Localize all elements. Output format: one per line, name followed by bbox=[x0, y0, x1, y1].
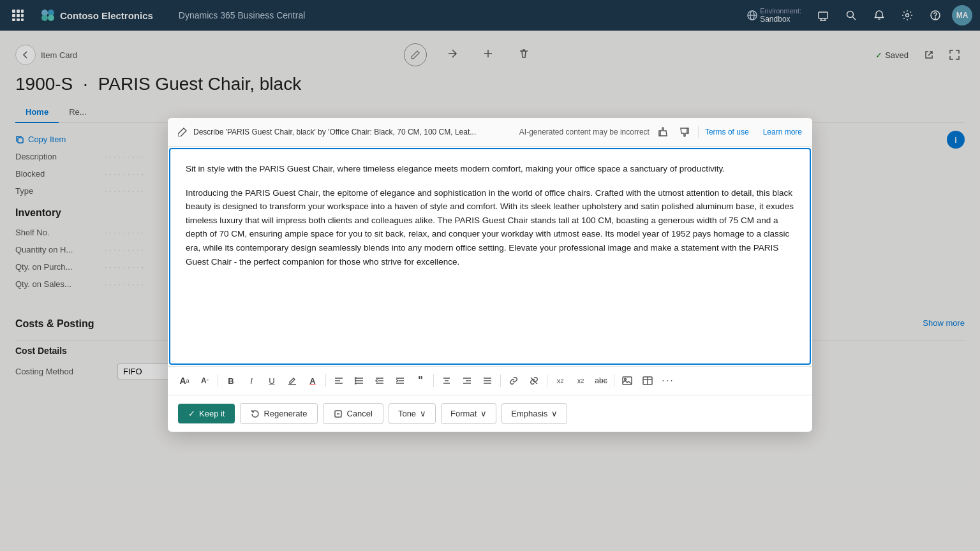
highlight-btn[interactable] bbox=[283, 372, 301, 390]
edit-pencil-icon bbox=[178, 128, 187, 136]
bold-btn[interactable]: B bbox=[222, 372, 240, 390]
svg-point-56 bbox=[625, 379, 627, 381]
font-size-increase-btn[interactable]: A° bbox=[196, 372, 214, 390]
font-size-decrease-btn[interactable]: Aa bbox=[175, 372, 193, 390]
terms-of-use-link[interactable]: Terms of use bbox=[705, 128, 749, 136]
header-divider bbox=[698, 126, 699, 138]
link-btn[interactable] bbox=[505, 372, 523, 390]
emphasis-button[interactable]: Emphasis ∨ bbox=[501, 403, 567, 424]
superscript-btn[interactable]: x2 bbox=[551, 372, 569, 390]
strikethrough-btn[interactable]: abc bbox=[592, 372, 610, 390]
dialog-footer: ✓ Keep it Regenerate Cancel Tone ∨ bbox=[168, 395, 812, 432]
svg-point-37 bbox=[355, 380, 356, 381]
more-options-btn[interactable]: ··· bbox=[659, 372, 677, 390]
outdent-btn[interactable] bbox=[371, 372, 389, 390]
thumbs-down-icon[interactable] bbox=[676, 124, 692, 140]
format-button[interactable]: Format ∨ bbox=[441, 403, 496, 424]
align-left-btn[interactable] bbox=[330, 372, 348, 390]
align-right-btn[interactable] bbox=[458, 372, 476, 390]
cancel-button[interactable]: Cancel bbox=[323, 403, 383, 424]
toolbar-sep-4 bbox=[500, 374, 501, 387]
svg-point-38 bbox=[355, 383, 356, 384]
content-paragraph-1: Sit in style with the PARIS Guest Chair,… bbox=[186, 162, 794, 176]
tone-button[interactable]: Tone ∨ bbox=[389, 403, 436, 424]
ai-dialog-overlay: Describe 'PARIS Guest Chair, black' by '… bbox=[0, 0, 980, 551]
list-btn[interactable] bbox=[350, 372, 368, 390]
toolbar-sep-2 bbox=[325, 374, 326, 387]
cancel-icon bbox=[334, 409, 343, 418]
align-center-btn[interactable] bbox=[438, 372, 456, 390]
toolbar-sep-5 bbox=[547, 374, 547, 387]
learn-more-link[interactable]: Learn more bbox=[763, 128, 802, 136]
toolbar-sep-1 bbox=[218, 374, 218, 387]
ai-dialog: Describe 'PARIS Guest Chair, black' by '… bbox=[168, 118, 812, 432]
insert-table-btn[interactable] bbox=[639, 372, 657, 390]
insert-image-btn[interactable] bbox=[618, 372, 636, 390]
dialog-prompt-text: Describe 'PARIS Guest Chair, black' by '… bbox=[193, 128, 513, 136]
ai-warning-label: AI-generated content may be incorrect bbox=[519, 128, 650, 136]
dialog-content-area[interactable]: Sit in style with the PARIS Guest Chair,… bbox=[169, 148, 811, 365]
editor-toolbar: Aa A° B I U A bbox=[168, 366, 812, 395]
quote-btn[interactable]: " bbox=[412, 372, 429, 390]
thumbs-up-icon[interactable] bbox=[656, 124, 671, 140]
toolbar-sep-6 bbox=[614, 374, 614, 387]
subscript-btn[interactable]: x2 bbox=[572, 372, 590, 390]
regenerate-button[interactable]: Regenerate bbox=[240, 403, 318, 424]
underline-btn[interactable]: U bbox=[263, 372, 281, 390]
dialog-header: Describe 'PARIS Guest Chair, black' by '… bbox=[168, 118, 812, 147]
font-color-btn[interactable]: A bbox=[304, 372, 322, 390]
dialog-header-icons bbox=[656, 124, 692, 140]
keep-it-button[interactable]: ✓ Keep it bbox=[178, 404, 235, 423]
content-paragraph-2: Introducing the PARIS Guest Chair, the e… bbox=[186, 186, 794, 269]
justify-btn[interactable] bbox=[479, 372, 496, 390]
regenerate-icon bbox=[251, 409, 260, 418]
italic-btn[interactable]: I bbox=[242, 372, 260, 390]
indent-btn[interactable] bbox=[391, 372, 409, 390]
toolbar-sep-3 bbox=[433, 374, 434, 387]
unlink-btn[interactable] bbox=[525, 372, 543, 390]
svg-point-36 bbox=[355, 378, 356, 379]
